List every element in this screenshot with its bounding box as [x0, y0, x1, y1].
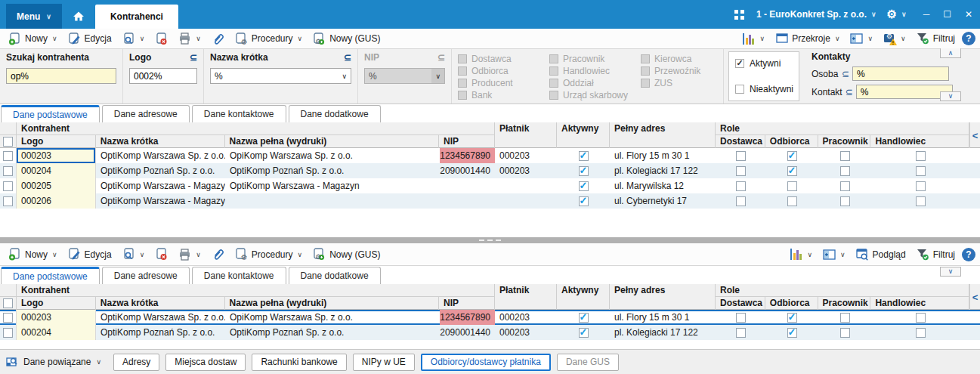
menu-button[interactable]: Menu ∨ [6, 4, 62, 29]
handlowiec-checkbox[interactable] [916, 328, 926, 338]
aktywny-checkbox[interactable] [579, 313, 589, 323]
column-aktywny[interactable]: Aktywny [557, 284, 610, 310]
row-select-checkbox[interactable] [3, 151, 13, 161]
dostawca-checkbox[interactable] [736, 166, 746, 176]
delete-button[interactable] [151, 31, 172, 47]
preview-button[interactable]: Podgląd [852, 246, 910, 262]
attachment-button[interactable] [208, 31, 228, 47]
tab-kontrahenci[interactable]: Kontrahenci [95, 5, 178, 29]
tab-miejsca-dostaw[interactable]: Miejsca dostaw [165, 354, 246, 371]
table-row[interactable]: 000203 OptiKomp Warszawa Sp. z o.o. OpiK… [0, 310, 980, 325]
handlowiec-checkbox[interactable] [916, 313, 926, 323]
tab-dane-podstawowe[interactable]: Dane podstawowe [1, 105, 100, 122]
przekroje-button[interactable]: Przekroje ∨ [771, 31, 843, 47]
pracownik-checkbox[interactable] [840, 313, 850, 323]
odbiorca-checkbox[interactable] [787, 313, 797, 323]
search-button[interactable]: ∨ [119, 246, 149, 262]
column-logo[interactable]: Logo [17, 135, 96, 148]
apps-grid-icon[interactable] [733, 8, 746, 21]
new-button[interactable]: Nowy ∨ [5, 246, 61, 262]
dostawca-checkbox[interactable] [736, 181, 746, 191]
dostawca-checkbox[interactable] [736, 328, 746, 338]
attachment-button[interactable] [208, 246, 228, 262]
dostawca-checkbox[interactable] [736, 313, 746, 323]
new-gus-button[interactable]: ⚙ Nowy (GUS) [309, 31, 384, 47]
handlowiec-checkbox[interactable] [916, 151, 926, 161]
search-button[interactable]: ∨ [119, 31, 149, 47]
column-handlowiec[interactable]: Handlowiec [870, 135, 969, 148]
pracownik-checkbox[interactable] [840, 196, 850, 206]
column-pracownik[interactable]: Pracownik [818, 297, 871, 310]
home-button[interactable] [62, 4, 95, 29]
odbiorca-checkbox[interactable] [787, 181, 797, 191]
new-gus-button[interactable]: ⚙ Nowy (GUS) [309, 246, 384, 262]
column-platnik[interactable]: Płatnik [495, 122, 557, 148]
szukaj-input[interactable] [6, 68, 116, 84]
row-select-checkbox[interactable] [3, 181, 13, 191]
panel-layout-button[interactable]: ∨ [846, 31, 876, 47]
delete-button[interactable] [151, 246, 172, 262]
close-button[interactable]: ✕ [965, 9, 972, 20]
column-handlowiec[interactable]: Handlowiec [870, 297, 969, 310]
odbiorca-checkbox[interactable] [787, 328, 797, 338]
settings-button[interactable]: ⚙ ∨ [887, 8, 907, 21]
aktywny-checkbox[interactable] [579, 196, 589, 206]
table-row[interactable]: 000206 OptiKomp Warszawa - Magazyn M ul.… [0, 193, 980, 209]
maximize-button[interactable]: ☐ [943, 9, 951, 20]
table-row[interactable]: 000204 OptiKomp Poznań Sp. z o.o. OptiKo… [0, 163, 980, 178]
odbiorca-checkbox[interactable] [787, 151, 797, 161]
pracownik-checkbox[interactable] [840, 328, 850, 338]
minimize-button[interactable]: ─ [923, 9, 930, 20]
tab-adresy[interactable]: Adresy [113, 354, 159, 371]
column-dostawca[interactable]: Dostawca [716, 135, 765, 148]
aktywny-checkbox[interactable] [579, 328, 589, 338]
help-button[interactable]: ? [962, 32, 975, 45]
analysis-chart-button[interactable]: ∨ [786, 246, 816, 262]
collapse-filter-button[interactable]: ∧ [940, 48, 961, 58]
company-selector[interactable]: 1 - EuroKonkret Sp. z o.o. ∨ [756, 9, 876, 20]
column-dostawca[interactable]: Dostawca [716, 297, 765, 310]
handlowiec-checkbox[interactable] [916, 196, 926, 206]
collapse-side-panel-icon[interactable]: < [972, 292, 978, 303]
column-pracownik[interactable]: Pracownik [818, 135, 871, 148]
row-select-checkbox[interactable] [3, 328, 13, 338]
print-button[interactable]: ∨ [175, 246, 205, 262]
column-odbiorca[interactable]: Odbiorca [765, 135, 818, 148]
tab-dane-podstawowe[interactable]: Dane podstawowe [1, 267, 100, 284]
dostawca-checkbox[interactable] [736, 196, 746, 206]
column-pelny-adres[interactable]: Pełny adres [610, 284, 716, 310]
procedures-button[interactable]: ⚙ Procedury ∨ [231, 31, 306, 47]
expand-filter-button[interactable]: ∨ [940, 91, 961, 101]
osoba-input[interactable] [852, 66, 949, 81]
tab-rachunki-bankowe[interactable]: Rachunki bankowe [252, 354, 346, 371]
odbiorca-checkbox[interactable] [787, 196, 797, 206]
checkbox[interactable] [735, 59, 744, 68]
tab-dane-kontaktowe[interactable]: Dane kontaktowe [192, 267, 286, 284]
help-button[interactable]: ? [962, 248, 975, 261]
horizontal-splitter[interactable] [0, 237, 980, 243]
tab-dane-adresowe[interactable]: Dane adresowe [102, 105, 190, 122]
column-nazwa-pelna[interactable]: Nazwa pełna (wydruki) [225, 135, 440, 148]
row-select-checkbox[interactable] [3, 196, 13, 206]
aktywny-checkbox[interactable] [579, 166, 589, 176]
tab-dane-dodatkowe[interactable]: Dane dodatkowe [289, 267, 381, 284]
tab-dane-kontaktowe[interactable]: Dane kontaktowe [192, 105, 286, 122]
column-odbiorca[interactable]: Odbiorca [765, 297, 818, 310]
column-nazwa-krotka[interactable]: Nazwa krótka [96, 297, 225, 310]
procedures-button[interactable]: ⚙ Procedury ∨ [231, 246, 306, 262]
settings-warning-button[interactable]: ⚙ ∨ [880, 31, 910, 47]
column-nip[interactable]: NIP [439, 135, 494, 148]
column-nazwa-pelna[interactable]: Nazwa pełna (wydruki) [225, 297, 440, 310]
panel-layout-button[interactable]: ∨ [819, 246, 849, 262]
tab-odbiorcy-dostawcy-platnika[interactable]: Odbiorcy/dostawcy płatnika [421, 354, 551, 371]
tab-dane-dodatkowe[interactable]: Dane dodatkowe [289, 105, 381, 122]
tab-nipy-w-ue[interactable]: NIPy w UE [353, 354, 415, 371]
column-pelny-adres[interactable]: Pełny adres [610, 122, 716, 148]
table-row[interactable]: 000203 OptiKomp Warszawa Sp. z o.o. OpiK… [0, 148, 980, 163]
filter-nieaktywni[interactable]: Nieaktywni [735, 84, 793, 94]
aktywny-checkbox[interactable] [579, 151, 589, 161]
edit-button[interactable]: Edycja [64, 246, 116, 262]
analysis-chart-button[interactable]: ∨ [739, 31, 769, 47]
filter-button[interactable]: Filtruj [913, 31, 959, 47]
table-row[interactable]: 000205 OptiKomp Warszawa - Magazyn Ż Opt… [0, 178, 980, 193]
